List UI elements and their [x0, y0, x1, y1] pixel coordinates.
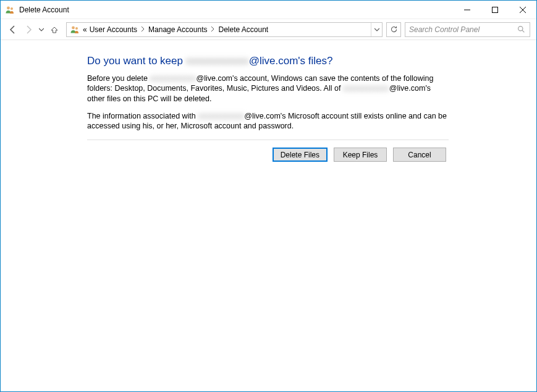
- keep-files-button[interactable]: Keep Files: [334, 148, 387, 162]
- svg-point-6: [72, 26, 75, 29]
- info-paragraph: The information associated with xxxxxxxx…: [87, 111, 449, 131]
- forward-button[interactable]: [22, 23, 35, 36]
- divider: [87, 140, 449, 140]
- svg-point-1: [11, 7, 13, 10]
- content-area: Do you want to keep xxxxxxxxxxxx@live.co…: [1, 40, 536, 162]
- toolbar: « User Accounts Manage Accounts Delete A…: [1, 19, 536, 40]
- redacted-text: xxxxxxxxxxxx: [186, 55, 249, 67]
- description-paragraph: Before you delete xxxxxxxxxxxx@live.com'…: [87, 73, 449, 104]
- search-input[interactable]: [409, 25, 516, 34]
- chevron-right-icon[interactable]: [208, 26, 217, 33]
- address-dropdown[interactable]: [371, 23, 382, 36]
- page-heading: Do you want to keep xxxxxxxxxxxx@live.co…: [87, 55, 449, 67]
- up-button[interactable]: [48, 23, 61, 36]
- search-box[interactable]: [405, 22, 530, 37]
- redacted-text: xxxxxxxxxxxx: [150, 74, 196, 83]
- breadcrumb-prefix: «: [82, 25, 88, 34]
- refresh-button[interactable]: [386, 22, 401, 37]
- user-accounts-icon: [4, 4, 15, 15]
- window-controls: [453, 1, 536, 19]
- address-bar[interactable]: « User Accounts Manage Accounts Delete A…: [66, 22, 383, 37]
- maximize-button[interactable]: [481, 1, 509, 19]
- user-accounts-icon: [69, 24, 80, 35]
- window-title: Delete Account: [19, 6, 453, 14]
- svg-rect-3: [492, 7, 497, 12]
- chevron-right-icon[interactable]: [138, 26, 147, 33]
- breadcrumb-item[interactable]: User Accounts: [88, 25, 138, 34]
- breadcrumb-item[interactable]: Delete Account: [217, 25, 269, 34]
- minimize-button[interactable]: [453, 1, 481, 19]
- breadcrumb-item[interactable]: Manage Accounts: [147, 25, 208, 34]
- close-button[interactable]: [509, 1, 536, 19]
- svg-line-9: [522, 30, 524, 32]
- svg-point-0: [7, 6, 10, 9]
- search-icon[interactable]: [516, 25, 526, 35]
- svg-point-7: [75, 27, 78, 30]
- redacted-text: xxxxxxxxxxxx: [198, 112, 244, 120]
- back-button[interactable]: [7, 23, 19, 36]
- heading-prefix: Do you want to keep: [87, 55, 186, 67]
- cancel-button[interactable]: Cancel: [393, 148, 446, 162]
- button-row: Delete Files Keep Files Cancel: [87, 148, 449, 162]
- svg-point-8: [518, 27, 522, 31]
- recent-locations-button[interactable]: [38, 23, 45, 36]
- delete-files-button[interactable]: Delete Files: [273, 148, 328, 162]
- title-bar: Delete Account: [1, 1, 536, 19]
- heading-suffix: @live.com's files?: [249, 55, 333, 67]
- redacted-text: xxxxxxxxxxxx: [343, 84, 389, 93]
